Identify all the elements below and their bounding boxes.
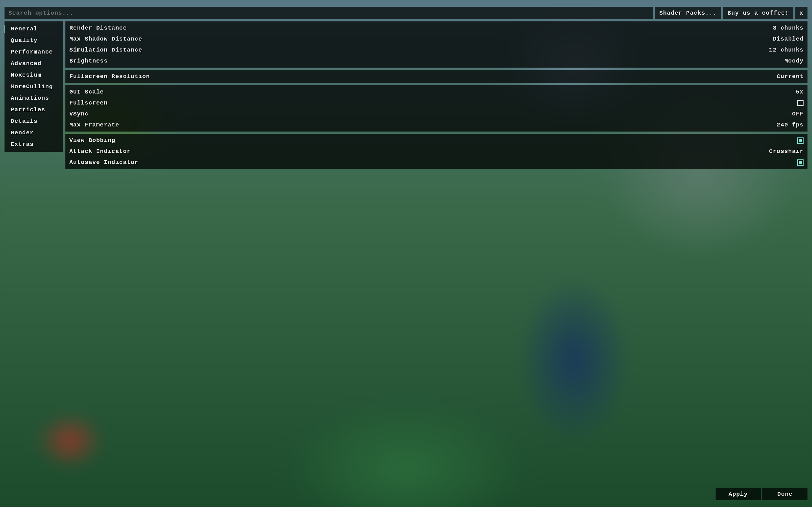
checkbox-view-bobbing[interactable] xyxy=(797,137,804,144)
sidebar-tab-extras[interactable]: Extras xyxy=(4,138,63,150)
sidebar-tab-general[interactable]: General xyxy=(4,23,63,35)
option-value: 8 chunks xyxy=(773,25,804,31)
option-row-brightness[interactable]: BrightnessMoody xyxy=(65,55,808,66)
option-value: 240 fps xyxy=(777,122,804,128)
settings-group: Fullscreen ResolutionCurrent xyxy=(65,70,808,83)
option-label: Render Distance xyxy=(69,25,127,31)
sidebar-tab-performance[interactable]: Performance xyxy=(4,46,63,58)
sidebar-tab-noxesium[interactable]: Noxesium xyxy=(4,69,63,81)
top-bar: Shader Packs... Buy us a coffee! x xyxy=(4,7,808,19)
buy-coffee-button[interactable]: Buy us a coffee! xyxy=(723,7,794,19)
shader-packs-button[interactable]: Shader Packs... xyxy=(655,7,721,19)
option-value: Current xyxy=(777,73,804,80)
option-value: Moody xyxy=(784,58,804,64)
option-value: 12 chunks xyxy=(769,47,804,53)
option-label: Simulation Distance xyxy=(69,47,142,53)
option-row-view-bobbing[interactable]: View Bobbing xyxy=(65,135,808,146)
option-row-max-framerate[interactable]: Max Framerate240 fps xyxy=(65,119,808,130)
sidebar-tab-animations[interactable]: Animations xyxy=(4,93,63,104)
main-area: GeneralQualityPerformanceAdvancedNoxesiu… xyxy=(4,21,808,500)
sidebar: GeneralQualityPerformanceAdvancedNoxesiu… xyxy=(4,21,63,152)
sidebar-tab-particles[interactable]: Particles xyxy=(4,104,63,115)
option-value: Crosshair xyxy=(769,148,804,155)
checkbox-autosave-indicator[interactable] xyxy=(797,159,804,166)
option-row-fullscreen[interactable]: Fullscreen xyxy=(65,98,808,108)
option-label: Fullscreen Resolution xyxy=(69,73,150,80)
done-button[interactable]: Done xyxy=(762,488,808,500)
sidebar-tab-moreculling[interactable]: MoreCulling xyxy=(4,81,63,93)
sidebar-tab-details[interactable]: Details xyxy=(4,115,63,127)
apply-button[interactable]: Apply xyxy=(716,488,761,500)
sidebar-tab-advanced[interactable]: Advanced xyxy=(4,58,63,69)
option-label: Max Framerate xyxy=(69,122,119,128)
option-row-max-shadow-distance[interactable]: Max Shadow DistanceDisabled xyxy=(65,34,808,45)
footer-buttons: Apply Done xyxy=(716,488,808,500)
option-label: Fullscreen xyxy=(69,100,108,106)
settings-group: Render Distance8 chunksMax Shadow Distan… xyxy=(65,21,808,68)
option-label: GUI Scale xyxy=(69,89,104,95)
option-label: View Bobbing xyxy=(69,137,115,144)
option-label: Attack Indicator xyxy=(69,148,131,155)
option-row-simulation-distance[interactable]: Simulation Distance12 chunks xyxy=(65,45,808,55)
option-value: OFF xyxy=(792,111,804,117)
options-screen: Shader Packs... Buy us a coffee! x Gener… xyxy=(0,0,812,507)
sidebar-tab-render[interactable]: Render xyxy=(4,127,63,138)
option-row-gui-scale[interactable]: GUI Scale5x xyxy=(65,87,808,98)
option-label: VSync xyxy=(69,111,89,117)
option-row-vsync[interactable]: VSyncOFF xyxy=(65,108,808,119)
settings-panel: Render Distance8 chunksMax Shadow Distan… xyxy=(65,21,808,500)
settings-group: View BobbingAttack IndicatorCrosshairAut… xyxy=(65,134,808,169)
close-button[interactable]: x xyxy=(795,7,808,19)
option-row-autosave-indicator[interactable]: Autosave Indicator xyxy=(65,157,808,168)
search-input[interactable] xyxy=(4,7,653,19)
option-row-fullscreen-resolution[interactable]: Fullscreen ResolutionCurrent xyxy=(65,71,808,82)
option-value: Disabled xyxy=(773,36,804,42)
option-label: Max Shadow Distance xyxy=(69,36,142,42)
option-value: 5x xyxy=(796,89,804,95)
option-row-render-distance[interactable]: Render Distance8 chunks xyxy=(65,22,808,34)
option-label: Autosave Indicator xyxy=(69,159,139,166)
option-row-attack-indicator[interactable]: Attack IndicatorCrosshair xyxy=(65,146,808,157)
settings-group: GUI Scale5xFullscreenVSyncOFFMax Framera… xyxy=(65,86,808,131)
checkbox-fullscreen[interactable] xyxy=(797,100,804,106)
option-label: Brightness xyxy=(69,58,108,64)
sidebar-tab-quality[interactable]: Quality xyxy=(4,35,63,46)
